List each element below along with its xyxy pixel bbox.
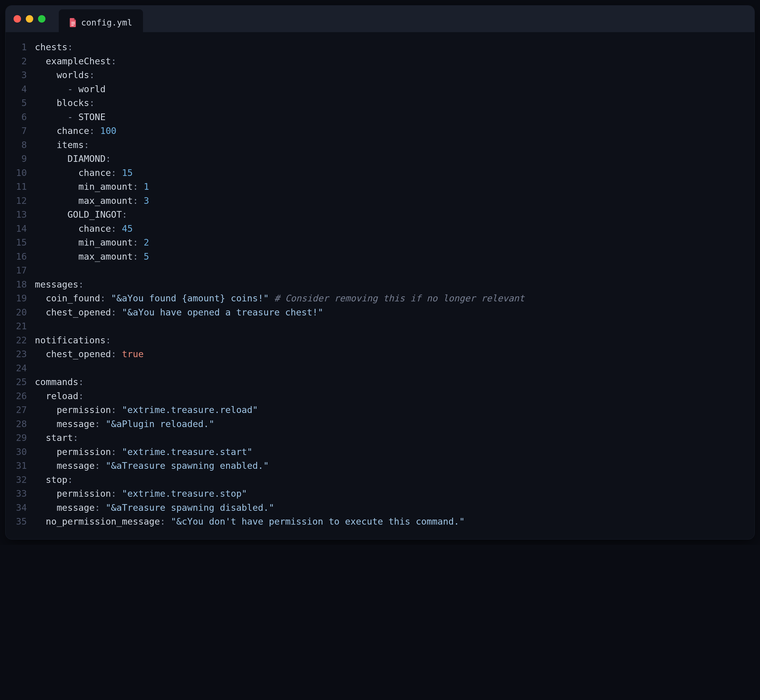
line-number: 2: [6, 54, 27, 68]
code-line[interactable]: notifications:: [35, 333, 746, 347]
line-number: 15: [6, 236, 27, 250]
tab-label: config.yml: [81, 17, 132, 28]
line-number: 25: [6, 375, 27, 389]
line-number: 7: [6, 124, 27, 138]
line-number: 23: [6, 347, 27, 361]
line-number-gutter: 1234567891011121314151617181920212223242…: [6, 40, 35, 528]
line-number: 8: [6, 138, 27, 152]
file-icon: [69, 18, 77, 27]
code-line[interactable]: GOLD_INGOT:: [35, 208, 746, 222]
tab-config-yml[interactable]: config.yml: [59, 9, 143, 36]
code-line[interactable]: commands:: [35, 375, 746, 389]
code-line[interactable]: chance: 45: [35, 222, 746, 236]
code-line[interactable]: chest_opened: "&aYou have opened a treas…: [35, 305, 746, 319]
line-number: 17: [6, 263, 27, 277]
line-number: 31: [6, 459, 27, 473]
code-line[interactable]: chance: 15: [35, 166, 746, 180]
svg-rect-1: [71, 23, 75, 24]
line-number: 9: [6, 152, 27, 166]
line-number: 20: [6, 305, 27, 319]
code-line[interactable]: worlds:: [35, 68, 746, 82]
line-number: 27: [6, 403, 27, 417]
code-line[interactable]: chests:: [35, 40, 746, 54]
code-line[interactable]: no_permission_message: "&cYou don't have…: [35, 514, 746, 528]
code-line[interactable]: message: "&aTreasure spawning enabled.": [35, 459, 746, 473]
svg-rect-0: [71, 22, 75, 23]
code-line[interactable]: messages:: [35, 277, 746, 292]
line-number: 21: [6, 319, 27, 333]
editor-window: config.yml 12345678910111213141516171819…: [5, 5, 755, 539]
line-number: 19: [6, 291, 27, 305]
line-number: 5: [6, 96, 27, 110]
code-line[interactable]: start:: [35, 431, 746, 445]
code-line[interactable]: message: "&aTreasure spawning disabled.": [35, 501, 746, 515]
code-line[interactable]: chest_opened: true: [35, 347, 746, 361]
minimize-icon[interactable]: [26, 15, 33, 23]
line-number: 33: [6, 487, 27, 501]
line-number: 22: [6, 333, 27, 347]
code-line[interactable]: DIAMOND:: [35, 152, 746, 166]
code-line[interactable]: [35, 319, 746, 333]
code-line[interactable]: coin_found: "&aYou found {amount} coins!…: [35, 291, 746, 305]
line-number: 12: [6, 194, 27, 208]
line-number: 18: [6, 277, 27, 292]
code-line[interactable]: [35, 263, 746, 277]
maximize-icon[interactable]: [38, 15, 45, 23]
code-content[interactable]: chests: exampleChest: worlds: - world bl…: [35, 40, 754, 528]
line-number: 11: [6, 180, 27, 194]
code-line[interactable]: reload:: [35, 389, 746, 403]
line-number: 4: [6, 82, 27, 96]
line-number: 26: [6, 389, 27, 403]
line-number: 29: [6, 431, 27, 445]
title-bar: config.yml: [6, 6, 754, 32]
line-number: 10: [6, 166, 27, 180]
code-line[interactable]: chance: 100: [35, 124, 746, 138]
editor-area[interactable]: 1234567891011121314151617181920212223242…: [6, 32, 754, 539]
code-line[interactable]: permission: "extrime.treasure.stop": [35, 487, 746, 501]
line-number: 3: [6, 68, 27, 82]
svg-rect-2: [71, 25, 73, 25]
code-line[interactable]: - world: [35, 82, 746, 96]
line-number: 30: [6, 445, 27, 459]
code-line[interactable]: blocks:: [35, 96, 746, 110]
code-line[interactable]: permission: "extrime.treasure.reload": [35, 403, 746, 417]
code-line[interactable]: items:: [35, 138, 746, 152]
code-line[interactable]: min_amount: 2: [35, 236, 746, 250]
line-number: 16: [6, 250, 27, 264]
line-number: 6: [6, 110, 27, 124]
window-controls: [14, 15, 45, 23]
line-number: 32: [6, 473, 27, 487]
code-line[interactable]: [35, 361, 746, 375]
code-line[interactable]: - STONE: [35, 110, 746, 124]
line-number: 35: [6, 514, 27, 528]
code-line[interactable]: min_amount: 1: [35, 180, 746, 194]
code-line[interactable]: max_amount: 5: [35, 250, 746, 264]
line-number: 24: [6, 361, 27, 375]
code-line[interactable]: exampleChest:: [35, 54, 746, 68]
code-line[interactable]: message: "&aPlugin reloaded.": [35, 417, 746, 431]
code-line[interactable]: max_amount: 3: [35, 194, 746, 208]
close-icon[interactable]: [14, 15, 21, 23]
line-number: 14: [6, 222, 27, 236]
code-line[interactable]: permission: "extrime.treasure.start": [35, 445, 746, 459]
line-number: 1: [6, 40, 27, 54]
code-line[interactable]: stop:: [35, 473, 746, 487]
line-number: 13: [6, 208, 27, 222]
line-number: 28: [6, 417, 27, 431]
line-number: 34: [6, 501, 27, 515]
